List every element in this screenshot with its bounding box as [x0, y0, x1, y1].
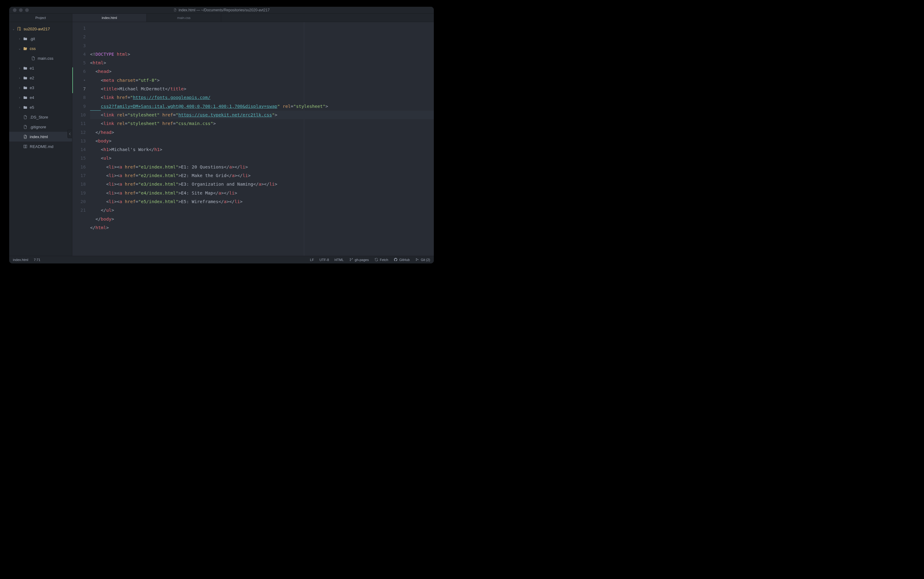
main-area: Project ⌄su2020-avt217›.git⌄cssmain.css›…: [9, 14, 434, 256]
chevron-down-icon: ⌄: [18, 47, 21, 50]
tree-item-main-css[interactable]: main.css: [9, 53, 72, 63]
code-line[interactable]: </head>: [90, 128, 434, 137]
status-branch[interactable]: gh-pages: [349, 258, 369, 262]
repo-icon: [17, 27, 21, 31]
tab-index-html[interactable]: index.html: [72, 14, 147, 22]
folder-icon: [23, 95, 28, 100]
chevron-right-icon: ›: [18, 86, 21, 90]
tree-item-label: README.md: [30, 144, 53, 149]
status-fetch[interactable]: Fetch: [375, 258, 388, 262]
close-traffic-light[interactable]: [13, 8, 16, 12]
line-number: •: [72, 76, 86, 85]
tree-item-label: .git: [30, 36, 35, 41]
tree-item-label: e3: [30, 85, 34, 90]
tree-item-index-html[interactable]: index.html: [9, 132, 72, 142]
line-number: 14: [72, 145, 86, 154]
line-number: 19: [72, 189, 86, 197]
code-line[interactable]: <body>: [90, 137, 434, 145]
code-area[interactable]: <!DOCTYPE html><html> <head> <meta chars…: [90, 22, 434, 256]
chevron-right-icon: ›: [18, 96, 21, 99]
status-fetch-label: Fetch: [380, 258, 388, 262]
code-line[interactable]: <head>: [90, 67, 434, 76]
line-number: 7: [72, 85, 86, 93]
tab-label: main.css: [177, 16, 190, 20]
app-window: index.html — ~/Documents/Repositories/su…: [9, 7, 434, 263]
code-line[interactable]: <html>: [90, 59, 434, 67]
code-line[interactable]: <li><a href="e3/index.html">E3: Organiza…: [90, 180, 434, 188]
code-line[interactable]: <li><a href="e2/index.html">E2: Make the…: [90, 171, 434, 180]
code-line[interactable]: <link rel="stylesheet" href="css/main.cs…: [90, 119, 434, 128]
book-icon: [23, 144, 28, 149]
tree-item-e2[interactable]: ›e2: [9, 73, 72, 83]
status-line-ending[interactable]: LF: [310, 258, 314, 262]
tree-item-e5[interactable]: ›e5: [9, 102, 72, 112]
status-cursor[interactable]: 7:71: [34, 258, 40, 262]
folder-icon: [23, 36, 28, 41]
git-diff-marker: [72, 67, 73, 93]
tree-item-e3[interactable]: ›e3: [9, 83, 72, 93]
tree-item-e4[interactable]: ›e4: [9, 93, 72, 102]
chevron-right-icon: ›: [18, 37, 21, 41]
tab-bar: index.htmlmain.css: [72, 14, 434, 22]
code-line[interactable]: <meta charset="utf-8">: [90, 76, 434, 85]
line-number: 5: [72, 59, 86, 67]
file-icon: [173, 8, 177, 12]
line-number: 17: [72, 171, 86, 180]
folder-icon: [23, 85, 28, 90]
status-github[interactable]: GitHub: [394, 258, 410, 262]
code-line[interactable]: <h1>Michael's Work</h1>: [90, 145, 434, 154]
status-git[interactable]: Git (2): [415, 258, 430, 262]
folder-icon: [23, 76, 28, 80]
code-line[interactable]: <li><a href="e1/index.html">E1: 20 Quest…: [90, 163, 434, 171]
tree-item-label: e5: [30, 105, 34, 110]
editor[interactable]: 123456•789101112131415161718192021 <!DOC…: [72, 22, 434, 256]
line-number: 21: [72, 206, 86, 214]
tree-item-label: su2020-avt217: [24, 27, 50, 31]
tree-item--gitignore[interactable]: .gitignore: [9, 122, 72, 132]
code-line[interactable]: <title>Michael McDermott</title>: [90, 85, 434, 93]
tree-item-label: css: [30, 46, 36, 51]
code-line[interactable]: </ul>: [90, 206, 434, 214]
zoom-traffic-light[interactable]: [25, 8, 29, 12]
code-line[interactable]: <li><a href="e5/index.html">E5: Wirefram…: [90, 197, 434, 206]
gutter: 123456•789101112131415161718192021: [72, 22, 90, 256]
line-number: 11: [72, 119, 86, 128]
tree-item-css[interactable]: ⌄css: [9, 44, 72, 53]
folder-icon: [23, 66, 28, 70]
code-line[interactable]: <li><a href="e4/index.html">E4: Site Map…: [90, 189, 434, 197]
tree-item-e1[interactable]: ›e1: [9, 63, 72, 73]
tree-item-label: .gitignore: [30, 125, 46, 129]
code-line[interactable]: <link href="https://fonts.googleapis.com…: [90, 93, 434, 102]
line-number: 20: [72, 197, 86, 206]
chevron-right-icon: ›: [18, 67, 21, 70]
tree-item-su2020-avt217[interactable]: ⌄su2020-avt217: [9, 24, 72, 34]
line-number: 9: [72, 102, 86, 111]
line-number: 4: [72, 50, 86, 59]
line-number: 10: [72, 111, 86, 119]
status-encoding[interactable]: UTF-8: [319, 258, 329, 262]
tree-item--ds-store[interactable]: .DS_Store: [9, 112, 72, 122]
line-number: 12: [72, 128, 86, 137]
minimize-traffic-light[interactable]: [19, 8, 23, 12]
line-number: 18: [72, 180, 86, 188]
code-line[interactable]: <link rel="stylesheet" href="https://use…: [90, 111, 434, 119]
line-number: 16: [72, 163, 86, 171]
code-line[interactable]: <ul>: [90, 154, 434, 162]
code-line[interactable]: [90, 232, 434, 240]
sidebar-collapse-handle[interactable]: [67, 129, 72, 138]
file-icon: [23, 125, 28, 129]
code-line[interactable]: css2?family=DM+Sans:ital,wght@0,400;0,70…: [90, 102, 434, 111]
window-title-text: index.html — ~/Documents/Repositories/su…: [178, 8, 270, 12]
status-lang[interactable]: HTML: [335, 258, 344, 262]
tree-item-label: main.css: [38, 56, 53, 61]
git-icon: [415, 258, 419, 262]
status-file[interactable]: index.html: [13, 258, 28, 262]
tree-item-label: .DS_Store: [30, 115, 48, 119]
tab-main-css[interactable]: main.css: [147, 14, 221, 22]
file-tree[interactable]: ⌄su2020-avt217›.git⌄cssmain.css›e1›e2›e3…: [9, 22, 72, 256]
code-line[interactable]: <!DOCTYPE html>: [90, 50, 434, 59]
tree-item-readme-md[interactable]: README.md: [9, 142, 72, 151]
tree-item--git[interactable]: ›.git: [9, 34, 72, 44]
code-line[interactable]: </html>: [90, 223, 434, 232]
code-line[interactable]: </body>: [90, 215, 434, 223]
